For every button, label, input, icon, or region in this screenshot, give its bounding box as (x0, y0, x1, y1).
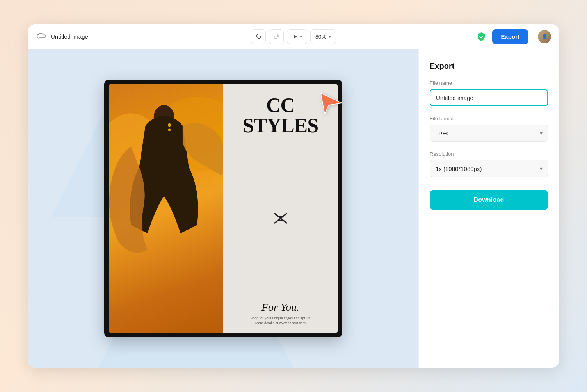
subtext-line2: More details at www.capcut.com (250, 321, 311, 326)
undo-button[interactable] (251, 29, 266, 44)
brand-title: CC STYLES (243, 95, 318, 136)
file-name-label: File name (430, 80, 548, 86)
capcut-logo (271, 136, 290, 301)
zoom-value: 80% (315, 34, 326, 40)
download-button[interactable]: Download (430, 190, 548, 210)
bottom-text-area: For You. Shop for your unique styles at … (250, 301, 311, 326)
person-figure (109, 84, 223, 333)
cloud-icon (36, 31, 47, 42)
resolution-wrapper: 1x (1080*1080px) 2x (2160*2160px) 0.5x (… (430, 160, 548, 177)
resolution-select[interactable]: 1x (1080*1080px) 2x (2160*2160px) 0.5x (… (430, 160, 548, 177)
text-panel: CC STYLES For You. Shop for (223, 84, 338, 333)
zoom-chevron-icon: ▾ (329, 34, 331, 39)
svg-point-7 (168, 128, 171, 131)
file-format-group: File format JPEG PNG WebP PDF ▾ (430, 116, 548, 142)
export-panel: Export File name File format JPEG PNG We… (418, 49, 559, 368)
canvas-area[interactable]: CC STYLES For You. Shop for (28, 49, 418, 368)
file-format-wrapper: JPEG PNG WebP PDF ▾ (430, 125, 548, 142)
file-name-input[interactable] (430, 89, 548, 106)
photo-panel (109, 84, 223, 333)
export-button[interactable]: Export (492, 29, 528, 44)
play-chevron: ▾ (300, 34, 302, 39)
resolution-label: Resolution (430, 151, 548, 157)
file-format-select[interactable]: JPEG PNG WebP PDF (430, 125, 548, 142)
export-panel-title: Export (430, 62, 548, 71)
header: Untitled image ▾ 80% ▾ (28, 24, 559, 49)
header-center: ▾ 80% ▾ (208, 29, 379, 44)
header-divider (533, 31, 533, 42)
avatar-icon: 👤 (542, 34, 548, 39)
resolution-group: Resolution 1x (1080*1080px) 2x (2160*216… (430, 151, 548, 177)
svg-point-6 (168, 123, 171, 127)
design-inner: CC STYLES For You. Shop for (109, 84, 338, 333)
file-name-group: File name (430, 80, 548, 106)
header-right: Export 👤 (379, 29, 551, 44)
capcut-logo-icon (271, 210, 290, 226)
tagline-text: For You. (250, 301, 311, 314)
main-content: CC STYLES For You. Shop for (28, 49, 559, 368)
svg-marker-0 (294, 35, 297, 39)
file-format-label: File format (430, 116, 548, 121)
subtext-line1: Shop for your unique styles at CapCut. (250, 316, 311, 321)
avatar[interactable]: 👤 (538, 30, 551, 43)
header-left: Untitled image (36, 31, 208, 42)
zoom-selector[interactable]: 80% ▾ (310, 29, 336, 44)
play-button[interactable]: ▾ (287, 29, 307, 44)
redo-button[interactable] (269, 29, 284, 44)
document-title: Untitled image (51, 33, 88, 40)
design-canvas: CC STYLES For You. Shop for (104, 80, 342, 337)
brand-protection-icon[interactable] (475, 30, 487, 43)
